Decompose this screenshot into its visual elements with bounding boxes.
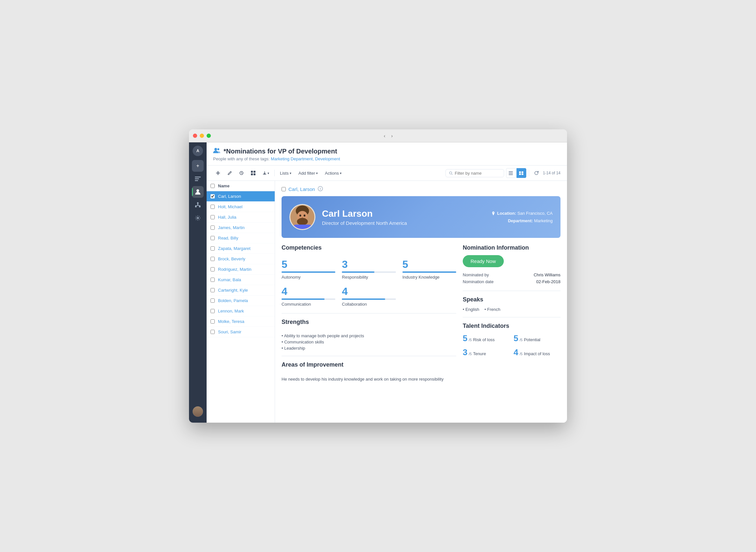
person-name: Lennon, Mark xyxy=(218,309,244,313)
maximize-button[interactable] xyxy=(206,134,211,138)
svg-rect-15 xyxy=(251,171,253,173)
person-name: Carl, Larson xyxy=(218,194,241,199)
sidebar-dark: A + xyxy=(189,142,206,423)
list-item[interactable]: Read, Billy xyxy=(206,233,275,243)
person-row-checkbox[interactable] xyxy=(210,330,215,334)
comp-score: 4 xyxy=(342,286,396,296)
comp-label: Communication xyxy=(282,302,335,307)
svg-rect-24 xyxy=(522,171,524,173)
nav-people[interactable] xyxy=(192,186,204,198)
list-item[interactable]: Molke, Teresa xyxy=(206,316,275,327)
info-icon[interactable] xyxy=(318,186,323,192)
app-layout: A + xyxy=(189,142,567,423)
download-dropdown[interactable]: ▾ xyxy=(260,170,272,176)
layout-icon-btn[interactable] xyxy=(248,168,258,178)
list-item[interactable]: Kumar, Bala xyxy=(206,275,275,285)
list-item[interactable]: Zapata, Margaret xyxy=(206,243,275,254)
svg-point-6 xyxy=(195,206,197,208)
speaks-list: EnglishFrench xyxy=(463,307,561,312)
person-row-checkbox[interactable] xyxy=(210,204,215,209)
list-item[interactable]: Holt, Michael xyxy=(206,202,275,212)
talent-item: 4 /5 Impact of loss xyxy=(513,348,561,358)
edit-icon-btn[interactable] xyxy=(225,168,235,178)
nav-reports[interactable] xyxy=(192,173,204,185)
person-row-checkbox[interactable] xyxy=(210,319,215,323)
search-input[interactable] xyxy=(455,171,500,176)
list-item[interactable]: Souri, Samir xyxy=(206,327,275,337)
back-button[interactable]: ‹ xyxy=(382,133,388,139)
person-row-checkbox[interactable] xyxy=(210,278,215,282)
person-name: Holt, Michael xyxy=(218,204,243,209)
svg-rect-22 xyxy=(509,174,513,175)
add-icon-btn[interactable] xyxy=(213,168,223,178)
person-row-checkbox[interactable] xyxy=(210,288,215,292)
person-row-checkbox[interactable] xyxy=(210,298,215,303)
nav-org[interactable] xyxy=(192,199,204,211)
list-item[interactable]: Lennon, Mark xyxy=(206,306,275,316)
comp-label: Responsibility xyxy=(342,275,396,280)
person-name: Zapata, Margaret xyxy=(218,246,251,251)
comp-score: 5 xyxy=(282,259,335,269)
person-checkbox[interactable] xyxy=(282,187,286,191)
talent-denom: /5 xyxy=(469,338,471,342)
comp-label: Industry Knowledge xyxy=(403,275,456,280)
comp-bar-fill xyxy=(282,298,325,300)
history-icon-btn[interactable] xyxy=(237,168,246,178)
nomination-date-value: 02-Feb-2018 xyxy=(537,279,561,284)
close-button[interactable] xyxy=(193,134,197,138)
minimize-button[interactable] xyxy=(200,134,204,138)
person-row-checkbox[interactable] xyxy=(210,215,215,219)
person-row-checkbox[interactable] xyxy=(210,257,215,261)
list-item[interactable]: Brock, Beverly xyxy=(206,254,275,264)
list-item[interactable]: Bolden, Pamela xyxy=(206,296,275,306)
person-name: Brock, Beverly xyxy=(218,256,245,261)
people-list: Name Carl, LarsonHolt, MichaelHall, Juli… xyxy=(206,181,275,423)
person-row-checkbox[interactable] xyxy=(210,309,215,313)
talent-denom: /5 xyxy=(519,338,522,342)
lists-dropdown[interactable]: Lists ▾ xyxy=(277,169,294,177)
section-divider-1 xyxy=(282,313,456,313)
tag-link[interactable]: Marketing Department, Development xyxy=(271,156,340,161)
comp-score: 4 xyxy=(282,286,335,296)
user-avatar-bottom[interactable] xyxy=(192,406,203,417)
nav-settings[interactable] xyxy=(192,212,204,224)
strength-item: Ability to manage both people and projec… xyxy=(282,333,456,338)
toolbar-separator-1 xyxy=(274,170,275,176)
list-item[interactable]: Hall, Julia xyxy=(206,212,275,223)
location-value: San Francisco, CA xyxy=(517,211,553,216)
add-button[interactable]: + xyxy=(192,160,204,172)
page-header: *Nominations for VP of Development Peopl… xyxy=(206,142,567,165)
list-item[interactable]: Rodriguez, Martin xyxy=(206,264,275,275)
right-divider-2 xyxy=(463,317,561,317)
talent-item: 3 /5 Tenure xyxy=(463,348,510,358)
comp-bar-fill xyxy=(403,271,456,273)
department-label: Department: xyxy=(508,218,533,223)
ready-now-button[interactable]: Ready Now xyxy=(463,255,504,267)
titlebar: ‹ › xyxy=(189,129,567,142)
svg-point-32 xyxy=(304,215,306,217)
person-name: Bolden, Pamela xyxy=(218,298,248,303)
list-item[interactable]: James, Martin xyxy=(206,223,275,233)
select-all-checkbox[interactable] xyxy=(210,184,215,188)
card-view-btn[interactable] xyxy=(516,168,526,178)
list-item[interactable]: Cartwright, Kyle xyxy=(206,285,275,296)
comp-bar xyxy=(403,271,456,273)
svg-rect-25 xyxy=(519,173,521,175)
profile-meta: Location: San Francisco, CA Department: … xyxy=(492,210,553,225)
svg-rect-20 xyxy=(509,171,513,172)
person-row-checkbox[interactable] xyxy=(210,194,215,198)
person-row-checkbox[interactable] xyxy=(210,226,215,230)
add-filter-dropdown[interactable]: Add filter ▾ xyxy=(296,169,320,177)
profile-job-title: Director of Development North America xyxy=(322,220,485,226)
actions-dropdown[interactable]: Actions ▾ xyxy=(322,169,344,177)
talent-score: 5 xyxy=(463,333,467,343)
comp-bar xyxy=(282,271,335,273)
person-row-checkbox[interactable] xyxy=(210,246,215,251)
list-item[interactable]: Carl, Larson xyxy=(206,191,275,202)
nomination-box: Nomination Information Ready Now Nominat… xyxy=(463,244,561,284)
person-row-checkbox[interactable] xyxy=(210,236,215,240)
refresh-button[interactable] xyxy=(532,168,541,177)
forward-button[interactable]: › xyxy=(390,133,395,139)
person-row-checkbox[interactable] xyxy=(210,267,215,271)
list-view-btn[interactable] xyxy=(506,168,516,178)
